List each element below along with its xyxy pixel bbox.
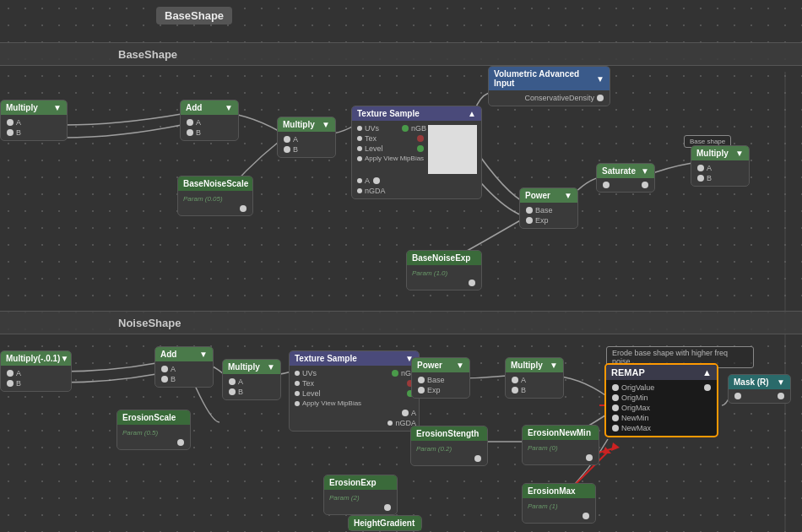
multiply-tr-header: Multiply▼ (691, 146, 749, 160)
multiply-tr-node[interactable]: Multiply▼ A B (691, 145, 750, 187)
multiply-noise3-node[interactable]: Multiply▼ A B (505, 357, 564, 399)
saturate-node[interactable]: Saturate▼ (596, 163, 655, 193)
multiply-nl-header: Multiply(-.0.1)▼ (1, 351, 71, 366)
multiply-top2-node[interactable]: Multiply▼ A B (277, 117, 336, 158)
power-noise-node[interactable]: Power▼ Base Exp (411, 357, 470, 399)
power-top-header: Power▼ (520, 188, 577, 203)
erosion-max-header: ErosionMax (523, 484, 595, 498)
texture-sample-top-header: Texture Sample▲ (352, 106, 481, 121)
erosion-exp-header: ErosionExp (324, 475, 397, 490)
power-top-node[interactable]: Power▼ Base Exp (519, 187, 578, 229)
power-noise-header: Power▼ (412, 358, 469, 372)
texture-sample-noise-header: Texture Sample▼ (290, 351, 419, 366)
mask-r-node[interactable]: Mask (R)▼ (728, 374, 791, 404)
add-top-node[interactable]: Add▼ A B (180, 100, 239, 141)
remap-node[interactable]: REMAP▲ OrigValue OrigMin OrigMax NewMin … (604, 363, 718, 437)
svg-marker-3 (611, 442, 620, 451)
remap-header: REMAP▲ (606, 365, 717, 380)
multiply-noise2-node[interactable]: Multiply▼ A B (222, 359, 281, 400)
height-gradient-node[interactable]: HeightGradient (348, 515, 422, 531)
add-noise-node[interactable]: Add▼ A B (154, 346, 214, 388)
connections-overlay (0, 0, 802, 532)
multiply-noise3-header: Multiply▼ (506, 358, 563, 372)
mask-r-header: Mask (R)▼ (729, 375, 790, 389)
baseshape-divider: BaseShape (0, 42, 802, 66)
erosion-stength-header: ErosionStength (411, 426, 487, 441)
erosion-scale-node[interactable]: ErosionScale Param (0.5) (117, 410, 191, 450)
base-noise-exp-header: BaseNoiseExp (407, 251, 481, 265)
volumetric-node[interactable]: Volumetric Advanced Input▼ ConservativeD… (488, 66, 610, 106)
base-noise-scale-node[interactable]: BaseNoiseScale Param (0.05) (177, 176, 253, 216)
erosion-exp-node[interactable]: ErosionExp Param (2) (323, 475, 398, 515)
multiply-tl-node[interactable]: Multiply▼ A B (0, 100, 68, 141)
erosion-stength-node[interactable]: ErosionStength Param (0.2) (410, 426, 488, 466)
saturate-header: Saturate▼ (597, 164, 654, 178)
erosion-max-node[interactable]: ErosionMax Param (1) (522, 483, 596, 524)
multiply-tl-header: Multiply▼ (1, 100, 67, 115)
canvas: BaseShape BaseShape NoiseShape Multiply▼… (0, 0, 802, 532)
base-noise-exp-node[interactable]: BaseNoiseExp Param (1.0) (406, 250, 482, 290)
multiply-nl-node[interactable]: Multiply(-.0.1)▼ A B (0, 350, 72, 392)
add-top-header: Add▼ (181, 100, 238, 115)
title-label: BaseShape (156, 7, 232, 24)
title-text: BaseShape (165, 9, 224, 22)
multiply-top2-header: Multiply▼ (278, 117, 335, 132)
volumetric-header: Volumetric Advanced Input▼ (489, 67, 610, 90)
svg-marker-5 (603, 447, 611, 453)
base-noise-scale-header: BaseNoiseScale (178, 176, 252, 191)
erosion-scale-header: ErosionScale (117, 410, 190, 425)
texture-sample-top-node[interactable]: Texture Sample▲ UVsnGB Tex Level Apply V… (351, 106, 482, 199)
erosion-new-min-node[interactable]: ErosionNewMin Param (0) (522, 425, 599, 465)
noiseshape-divider: NoiseShape (0, 311, 802, 334)
multiply-noise2-header: Multiply▼ (223, 360, 280, 374)
texture-sample-noise-node[interactable]: Texture Sample▼ UVsnGB Tex Level Apply V… (289, 350, 420, 432)
add-noise-header: Add▼ (155, 347, 213, 361)
texture-preview-top (428, 125, 477, 174)
erosion-new-min-header: ErosionNewMin (523, 426, 599, 440)
height-gradient-header: HeightGradient (349, 516, 421, 530)
